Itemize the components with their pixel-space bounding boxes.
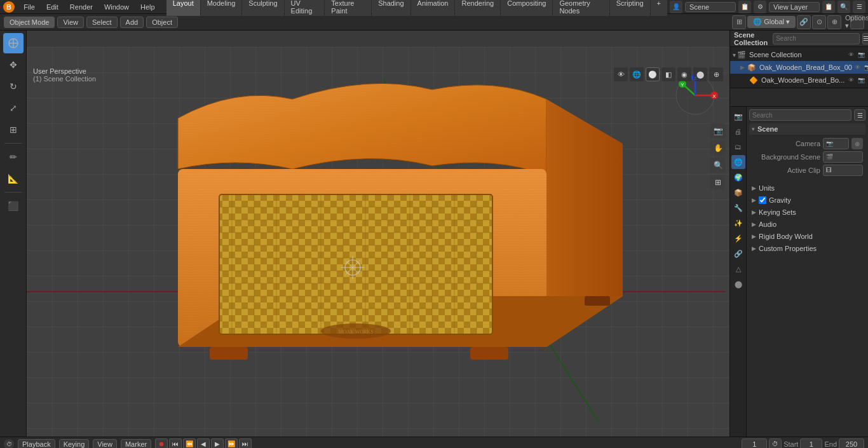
- user-prefs-icon[interactable]: 👤: [670, 1, 682, 13]
- shading-rendered[interactable]: ⚪: [646, 67, 660, 81]
- active-clip-value[interactable]: 🎞: [823, 165, 863, 176]
- current-frame-input[interactable]: [742, 438, 767, 449]
- tab-scripting[interactable]: Scripting: [610, 0, 650, 16]
- annotate-tool[interactable]: ✏: [3, 147, 24, 167]
- transform-global[interactable]: 🌐 Global ▾: [747, 16, 796, 28]
- outliner-filter-icon[interactable]: ☰: [862, 33, 868, 44]
- view-icon-2[interactable]: 🌐: [630, 67, 644, 81]
- add-cube-tool[interactable]: ⬛: [3, 196, 24, 216]
- tab-geometry-nodes[interactable]: Geometry Nodes: [553, 0, 609, 16]
- object-props-icon[interactable]: 📦: [731, 186, 745, 200]
- viewport-object-menu[interactable]: Object: [146, 17, 178, 28]
- tab-uv-editing[interactable]: UV Editing: [285, 0, 325, 16]
- end-frame-input[interactable]: [839, 438, 864, 449]
- camera-eyedropper-icon[interactable]: ⊕: [851, 138, 863, 149]
- scene-settings-icon[interactable]: ⚙: [754, 1, 766, 13]
- scene-eye-icon[interactable]: 👁: [846, 50, 855, 59]
- play-reverse-button[interactable]: ◀: [197, 438, 210, 449]
- props-filter-icon[interactable]: ☰: [854, 109, 865, 121]
- marker-menu[interactable]: Marker: [121, 439, 151, 449]
- physics-props-icon[interactable]: ⚡: [731, 231, 745, 245]
- viewport-shading-2[interactable]: ◉: [677, 67, 691, 81]
- menu-render[interactable]: Render: [65, 2, 98, 12]
- overlay-filter-icon[interactable]: ☰: [853, 1, 865, 13]
- scene-section-header[interactable]: ▾ Scene: [749, 123, 865, 135]
- scale-tool[interactable]: ⤢: [3, 98, 24, 118]
- viewport-overlay[interactable]: ⬤: [693, 67, 707, 81]
- outliner-item-0[interactable]: ▶ 📦 Oak_Wooden_Bread_Box_00 👁 📷: [730, 61, 868, 74]
- tab-layout[interactable]: Layout: [166, 0, 200, 16]
- particles-props-icon[interactable]: ✨: [731, 216, 745, 230]
- modifier-props-icon[interactable]: 🔧: [731, 201, 745, 215]
- render-props-icon[interactable]: 📷: [731, 109, 745, 123]
- audio-section[interactable]: ▶ Audio: [749, 219, 865, 230]
- units-section[interactable]: ▶ Units: [749, 182, 865, 194]
- record-button[interactable]: ⏺: [155, 438, 168, 449]
- props-search-input[interactable]: [749, 109, 851, 121]
- options-button[interactable]: Options ▾: [850, 15, 864, 29]
- scene-props-icon[interactable]: 🌐: [731, 155, 745, 169]
- pivot-icon[interactable]: ⊕: [827, 15, 841, 29]
- scene-selector[interactable]: [685, 2, 736, 12]
- data-props-icon[interactable]: △: [731, 262, 745, 276]
- jump-start-button[interactable]: ⏮: [169, 438, 182, 449]
- measure-tool[interactable]: 📐: [3, 168, 24, 189]
- custom-props-section[interactable]: ▶ Custom Properties: [749, 243, 865, 254]
- proportional-icon[interactable]: ⊙: [812, 15, 826, 29]
- viewport-3d[interactable]: MOAK WORKS: [27, 31, 729, 437]
- hand-icon[interactable]: ✋: [710, 140, 726, 156]
- playback-menu[interactable]: Playback: [18, 439, 55, 449]
- gravity-checkbox[interactable]: [759, 196, 766, 204]
- cursor-tool[interactable]: [3, 33, 24, 53]
- rotate-tool[interactable]: ↻: [3, 76, 24, 97]
- menu-file[interactable]: File: [18, 2, 40, 12]
- bg-scene-value[interactable]: 🎬: [823, 151, 863, 163]
- snap-icon[interactable]: 🔗: [797, 15, 811, 29]
- menu-edit[interactable]: Edit: [41, 2, 64, 12]
- viewport-gizmos[interactable]: ⊕: [709, 67, 723, 81]
- outliner-scene-collection[interactable]: ▾ 🎬 Scene Collection 👁 📷: [730, 48, 868, 61]
- scene-new-icon[interactable]: 📋: [738, 1, 751, 13]
- zoom-icon[interactable]: 🔍: [710, 158, 726, 173]
- outliner-item-1[interactable]: 🔶 Oak_Wooden_Bread_Bo... 👁 📷: [730, 74, 868, 86]
- menu-window[interactable]: Window: [99, 2, 134, 12]
- viewport-select-menu[interactable]: Select: [86, 17, 118, 28]
- viewlayer-props-icon[interactable]: 🗂: [731, 140, 745, 154]
- tab-modeling[interactable]: Modeling: [201, 0, 242, 16]
- rigid-body-section[interactable]: ▶ Rigid Body World: [749, 231, 865, 242]
- transform-icon[interactable]: ⊞: [732, 15, 746, 29]
- tab-add[interactable]: +: [651, 0, 667, 16]
- viewport-view-menu[interactable]: View: [57, 17, 84, 28]
- viewport-add-menu[interactable]: Add: [120, 17, 144, 28]
- play-button[interactable]: ▶: [211, 438, 224, 449]
- keying-sets-section[interactable]: ▶ Keying Sets: [749, 207, 865, 218]
- constraints-props-icon[interactable]: 🔗: [731, 247, 745, 261]
- move-tool[interactable]: ✥: [3, 55, 24, 75]
- view-menu[interactable]: View: [93, 439, 117, 449]
- tab-sculpting[interactable]: Sculpting: [242, 0, 283, 16]
- tab-texture-paint[interactable]: Texture Paint: [325, 0, 371, 16]
- menu-help[interactable]: Help: [135, 2, 160, 12]
- scene-render-icon[interactable]: 📷: [857, 50, 865, 59]
- view-layer-selector[interactable]: [769, 2, 820, 12]
- tab-rendering[interactable]: Rendering: [455, 0, 500, 16]
- camera-icon[interactable]: 📷: [710, 123, 726, 139]
- start-frame-input[interactable]: [800, 438, 822, 449]
- grid-view-icon[interactable]: ⊞: [710, 175, 726, 190]
- item-render-1[interactable]: 📷: [857, 76, 865, 85]
- tab-animation[interactable]: Animation: [411, 0, 455, 16]
- tab-compositing[interactable]: Compositing: [501, 0, 552, 16]
- view-icon-1[interactable]: 👁: [614, 67, 628, 81]
- viewport-shading-1[interactable]: ◧: [661, 67, 675, 81]
- world-props-icon[interactable]: 🌍: [731, 170, 745, 184]
- gravity-section[interactable]: ▶ Gravity: [749, 194, 865, 206]
- camera-prop-value[interactable]: 📷: [823, 138, 849, 149]
- step-forward-button[interactable]: ⏩: [225, 438, 238, 449]
- keying-menu[interactable]: Keying: [59, 439, 90, 449]
- material-props-icon[interactable]: ⬤: [731, 277, 745, 291]
- filter-icon[interactable]: 🔍: [837, 1, 850, 13]
- jump-end-button[interactable]: ⏭: [239, 438, 252, 449]
- transform-tool[interactable]: ⊞: [3, 119, 24, 140]
- outliner-search[interactable]: [773, 33, 860, 44]
- output-props-icon[interactable]: 🖨: [731, 125, 745, 139]
